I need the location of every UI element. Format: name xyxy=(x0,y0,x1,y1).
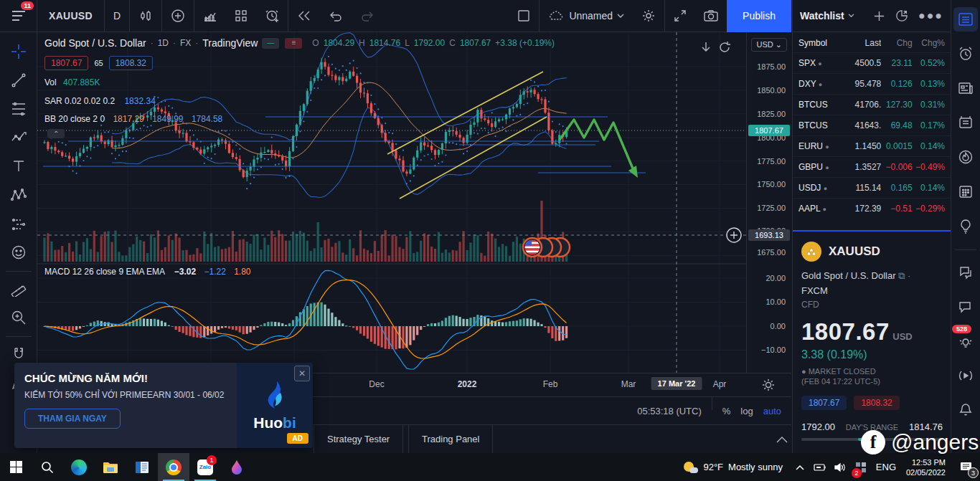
chart-style-button[interactable] xyxy=(130,0,161,32)
taskbar-chrome[interactable] xyxy=(158,453,189,481)
measure-tool[interactable] xyxy=(5,275,32,303)
chart-properties-button[interactable] xyxy=(633,0,664,32)
redo-button[interactable] xyxy=(352,0,383,32)
reset-chart-icon[interactable] xyxy=(718,41,731,54)
watchlist-row-btcus[interactable]: BTCUS41706.127.300.31% xyxy=(793,94,951,115)
taskbar-zalo[interactable]: Zalo 1 xyxy=(189,453,221,481)
fullscreen-button[interactable] xyxy=(665,0,695,32)
indicators-button[interactable] xyxy=(194,0,226,32)
ad-brand-panel[interactable]: ✕ Huobi AD xyxy=(237,363,313,448)
watchlist-row-spx[interactable]: SPX ●4500.523.110.52% xyxy=(793,52,951,73)
watchlist-title[interactable]: Watchlist xyxy=(800,10,844,22)
macd-legend[interactable]: MACD 12 26 close 9 EMA EMA −3.02 −1.22 1… xyxy=(44,267,251,277)
replay-button[interactable] xyxy=(288,0,320,32)
sidebar-notifications-button[interactable] xyxy=(953,398,978,422)
language-switcher[interactable]: ENG xyxy=(872,453,900,481)
symbol-search-button[interactable]: XAUUSD xyxy=(37,0,104,32)
sar-legend[interactable]: SAR 0.02 0.02 0.2 1832.34 xyxy=(44,96,156,106)
taskbar-explorer[interactable] xyxy=(95,453,126,481)
sell-button[interactable]: 1807.67 xyxy=(44,56,88,70)
notification-center-button[interactable]: 3 xyxy=(951,453,980,481)
add-symbol-icon[interactable] xyxy=(873,10,885,22)
sidebar-calendar-button[interactable] xyxy=(953,179,978,204)
fib-tool[interactable] xyxy=(5,95,32,123)
watchlist-row-gbpu[interactable]: GBPU ●1.3527−0.006−0.49% xyxy=(793,156,951,177)
pattern-tool[interactable] xyxy=(5,124,32,151)
undo-button[interactable] xyxy=(320,0,352,32)
tab-strategy-tester[interactable]: Strategy Tester xyxy=(314,425,403,453)
watchlist-row-usdj[interactable]: USDJ ●115.140.1650.14% xyxy=(793,177,951,198)
snapshot-button[interactable] xyxy=(695,0,727,32)
tray-volume[interactable] xyxy=(830,453,850,481)
ad-cta-button[interactable]: THAM GIA NGAY xyxy=(24,409,121,429)
sidebar-public-chat-button[interactable] xyxy=(953,260,978,285)
col-chgp[interactable]: Chg% xyxy=(913,38,945,48)
weather-widget[interactable]: 92°F Mostly sunny xyxy=(677,460,789,475)
sidebar-hotlists-button[interactable] xyxy=(953,145,978,169)
legend-settings-chip[interactable]: ≡ xyxy=(285,38,302,49)
crosshair-tool[interactable] xyxy=(5,38,32,65)
percent-scale-button[interactable]: % xyxy=(722,406,731,416)
sidebar-alerts-button[interactable] xyxy=(953,42,978,66)
publish-button[interactable]: Publish xyxy=(727,0,791,32)
detail-ask-chip[interactable]: 1808.32 xyxy=(854,396,899,410)
legend-interval[interactable]: 1D xyxy=(158,38,169,48)
scroll-down-icon[interactable] xyxy=(699,41,712,54)
zoom-in-tool[interactable] xyxy=(5,304,32,331)
text-tool[interactable] xyxy=(5,153,32,180)
compare-button[interactable] xyxy=(162,0,194,32)
sidebar-streams-button[interactable]: 528 xyxy=(953,329,978,353)
col-chg[interactable]: Chg xyxy=(881,38,912,48)
watchlist-row-btcus[interactable]: BTCUS41643.69.480.17% xyxy=(793,115,951,135)
tray-app[interactable]: 2 xyxy=(850,453,872,481)
taskbar-paint3d[interactable] xyxy=(221,453,253,481)
ad-close-button[interactable]: ✕ xyxy=(294,366,310,381)
legend-symbol-name[interactable]: Gold Spot / U.S. Dollar xyxy=(44,37,146,49)
interval-button[interactable]: D xyxy=(105,0,129,32)
sidebar-ideas-button[interactable] xyxy=(953,214,978,238)
col-symbol[interactable]: Symbol xyxy=(798,38,842,48)
detail-bid-chip[interactable]: 1807.67 xyxy=(801,396,847,410)
emoji-tool[interactable] xyxy=(5,239,32,266)
xabcd-tool[interactable] xyxy=(5,181,32,209)
timezone-clock[interactable]: 05:53:18 (UTC) xyxy=(637,406,702,416)
price-axis[interactable]: USD ⌄ 1875.001850.001825.001800.001775.0… xyxy=(746,32,791,373)
bb-legend[interactable]: BB 20 close 2 0 1817.29 1849.99 1784.58 xyxy=(44,114,222,124)
legend-hide-chip[interactable]: — xyxy=(262,38,279,49)
volume-legend[interactable]: Vol 407.885K xyxy=(44,77,100,87)
tray-battery[interactable] xyxy=(810,453,830,481)
sidebar-live-button[interactable] xyxy=(953,363,978,388)
sidebar-watchlist-button[interactable] xyxy=(953,7,978,32)
taskbar-clock[interactable]: 12:53 PM 02/05/2022 xyxy=(900,457,951,477)
detail-symbol[interactable]: XAUUSD xyxy=(829,244,880,259)
sidebar-news-button[interactable] xyxy=(953,76,978,100)
sidebar-private-chat-button[interactable] xyxy=(953,295,978,319)
sidebar-notes-button[interactable] xyxy=(953,110,978,135)
log-scale-button[interactable]: log xyxy=(740,406,753,416)
main-menu-button[interactable]: 11 xyxy=(0,0,37,32)
portfolio-pie-icon[interactable] xyxy=(895,9,908,22)
taskbar-mail[interactable] xyxy=(126,453,158,481)
legend-collapse-button[interactable]: ⌃ xyxy=(47,129,65,138)
start-button[interactable] xyxy=(0,453,32,481)
buy-button[interactable]: 1808.32 xyxy=(109,56,153,70)
forecast-tool[interactable] xyxy=(5,210,32,237)
watchlist-row-aapl[interactable]: AAPL ●172.39−0.51−0.29% xyxy=(793,198,951,219)
save-layout-button[interactable]: Unnamed xyxy=(540,0,633,32)
layout-templates-button[interactable] xyxy=(226,0,256,32)
select-layout-button[interactable] xyxy=(509,0,539,32)
taskbar-edge[interactable] xyxy=(63,453,95,481)
brightness-icon[interactable] xyxy=(762,378,775,391)
watchlist-row-euru[interactable]: EURU ●1.14500.00150.14% xyxy=(793,135,951,156)
auto-scale-button[interactable]: auto xyxy=(763,406,781,416)
taskbar-search-button[interactable] xyxy=(32,453,63,481)
currency-selector[interactable]: USD ⌄ xyxy=(751,38,787,52)
collapse-panel-icon[interactable] xyxy=(776,436,788,443)
watchlist-more-icon[interactable]: ●●● xyxy=(918,9,943,22)
alert-button[interactable] xyxy=(256,0,288,32)
trend-line-tool[interactable] xyxy=(5,67,32,94)
chart-canvas[interactable] xyxy=(37,32,746,373)
chevron-down-icon[interactable] xyxy=(848,14,854,18)
col-last[interactable]: Last xyxy=(842,38,881,48)
watchlist-row-dxy[interactable]: DXY ●95.4780.1260.13% xyxy=(793,73,951,94)
